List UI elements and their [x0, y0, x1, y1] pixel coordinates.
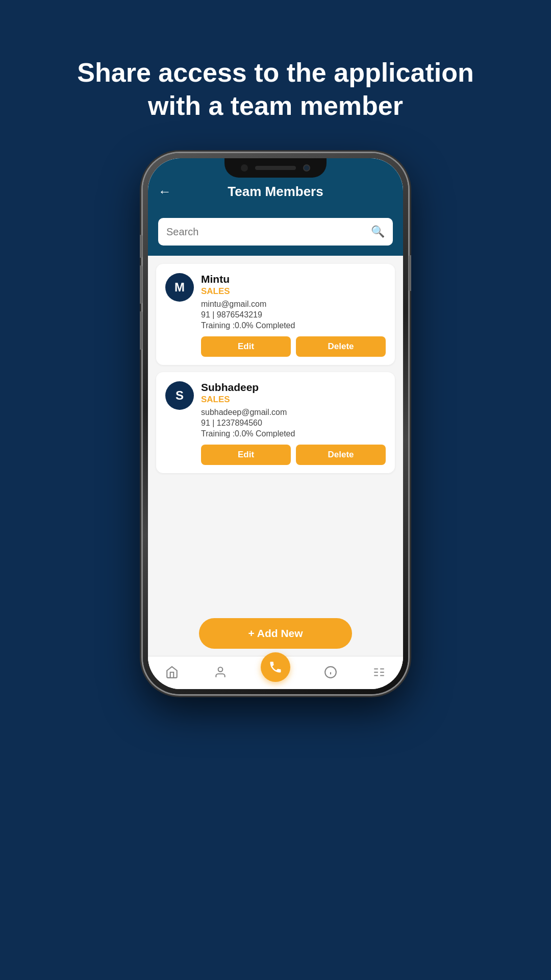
member-email-1: mintu@gmail.com	[201, 300, 386, 309]
member-name-1: Mintu	[201, 273, 386, 285]
search-section: 🔍	[148, 210, 403, 256]
edit-button-1[interactable]: Edit	[201, 336, 291, 357]
content-area: M Mintu SALES mintu@gmail.com 91 | 98765…	[148, 256, 403, 611]
member-card-1: M Mintu SALES mintu@gmail.com 91 | 98765…	[156, 264, 395, 365]
search-input[interactable]	[166, 226, 366, 238]
member-role-1: SALES	[201, 286, 386, 297]
bottom-nav	[148, 656, 403, 689]
delete-button-1[interactable]: Delete	[296, 336, 386, 357]
power-button	[409, 255, 411, 291]
member-training-2: Training :0.0% Completed	[201, 429, 386, 438]
back-button[interactable]: ←	[158, 184, 171, 200]
menu-icon	[371, 665, 387, 680]
add-new-button[interactable]: + Add New	[199, 618, 352, 649]
home-icon	[164, 665, 180, 680]
screen-title: Team Members	[228, 184, 323, 200]
edit-button-2[interactable]: Edit	[201, 445, 291, 465]
member-info-mintu: Mintu SALES mintu@gmail.com 91 | 9876543…	[201, 273, 386, 357]
search-bar: 🔍	[158, 218, 393, 246]
notch-dot-left	[241, 164, 248, 172]
member-card-2: S Subhadeep SALES subhadeep@gmail.com 91…	[156, 372, 395, 473]
nav-info[interactable]	[323, 665, 338, 680]
member-info-subhadeep: Subhadeep SALES subhadeep@gmail.com 91 |…	[201, 381, 386, 465]
volume-up-button	[140, 265, 142, 304]
notch-camera	[303, 164, 310, 172]
member-name-2: Subhadeep	[201, 381, 386, 394]
svg-point-0	[218, 667, 222, 672]
card-actions-2: Edit Delete	[201, 445, 386, 465]
member-training-1: Training :0.0% Completed	[201, 321, 386, 330]
phone-screen: ← Team Members 🔍 M	[148, 158, 403, 689]
profile-icon	[213, 665, 228, 680]
volume-down-button	[140, 311, 142, 350]
back-icon: ←	[158, 184, 171, 200]
delete-button-2[interactable]: Delete	[296, 445, 386, 465]
nav-menu[interactable]	[371, 665, 387, 680]
member-email-2: subhadeep@gmail.com	[201, 408, 386, 417]
avatar-subhadeep: S	[165, 381, 194, 410]
avatar-mintu: M	[165, 273, 194, 302]
phone-notch	[224, 158, 327, 178]
member-phone-2: 91 | 1237894560	[201, 419, 386, 428]
page-title: Share access to the applicationwith a te…	[36, 56, 514, 122]
nav-home[interactable]	[164, 665, 180, 680]
member-role-2: SALES	[201, 395, 386, 405]
phone-mockup: ← Team Members 🔍 M	[143, 153, 408, 694]
card-actions-1: Edit Delete	[201, 336, 386, 357]
bottom-section: + Add New	[148, 611, 403, 656]
info-icon	[323, 665, 338, 680]
notch-bar	[255, 166, 296, 170]
nav-call-fab[interactable]	[261, 652, 290, 682]
member-phone-1: 91 | 9876543219	[201, 310, 386, 320]
nav-profile[interactable]	[213, 665, 228, 680]
search-icon: 🔍	[371, 225, 385, 238]
mute-button	[140, 235, 142, 258]
